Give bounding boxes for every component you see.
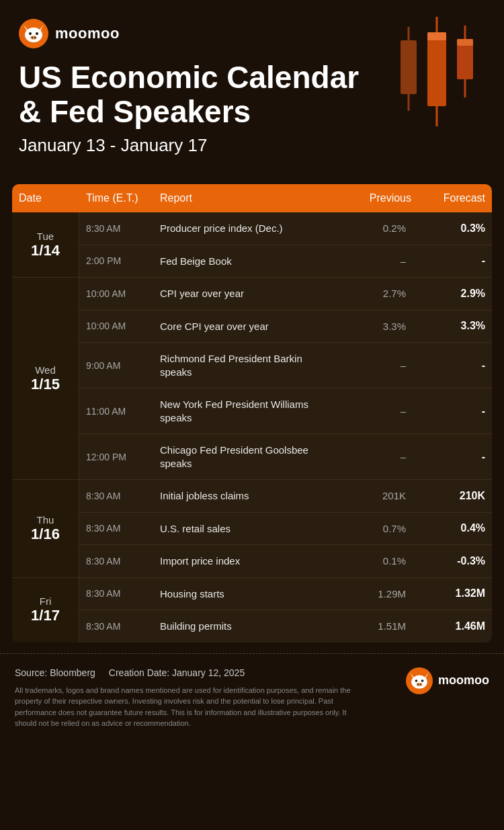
forecast-cell: - bbox=[411, 451, 485, 463]
rows-container: 8:30 AMProducer price index (Dec.)0.2%0.… bbox=[79, 212, 492, 277]
svg-point-14 bbox=[29, 32, 32, 35]
previous-cell: – bbox=[337, 405, 411, 417]
table-row: 10:00 AMCPI year over year2.7%2.9% bbox=[79, 278, 492, 310]
economic-calendar-table: Date Time (E.T.) Report Previous Forecas… bbox=[12, 184, 492, 642]
date-cell: Tue1/14 bbox=[12, 212, 79, 277]
page-title: US Economic Calendar & Fed Speakers bbox=[19, 60, 368, 128]
report-cell: Producer price index (Dec.) bbox=[160, 222, 337, 235]
footer-brand-name: moomoo bbox=[438, 673, 489, 688]
date-cell: Wed1/15 bbox=[12, 278, 79, 479]
table-header: Date Time (E.T.) Report Previous Forecas… bbox=[12, 184, 492, 212]
time-cell: 11:00 AM bbox=[86, 406, 160, 417]
col-date: Date bbox=[19, 192, 86, 204]
svg-rect-4 bbox=[427, 32, 446, 106]
footer-source-line: Source: Bloomberg Creation Date: January… bbox=[15, 667, 351, 678]
date-group: Wed1/1510:00 AMCPI year over year2.7%2.9… bbox=[12, 278, 492, 480]
previous-cell: – bbox=[337, 451, 411, 462]
report-cell: Richmond Fed President Barkin speaks bbox=[160, 352, 337, 378]
previous-cell: 0.7% bbox=[337, 523, 411, 534]
table-row: 9:00 AMRichmond Fed President Barkin spe… bbox=[79, 343, 492, 388]
svg-point-24 bbox=[416, 682, 422, 686]
previous-cell: 2.7% bbox=[337, 288, 411, 299]
table-row: 11:00 AMNew York Fed President Williams … bbox=[79, 388, 492, 434]
report-cell: Chicago Fed President Goolsbee speaks bbox=[160, 444, 337, 470]
forecast-cell: 1.46M bbox=[411, 620, 485, 632]
header-section: moomoo US Economic Calendar & Fed Speake… bbox=[0, 0, 504, 184]
footer-disclaimer: All trademarks, logos and brand names me… bbox=[15, 685, 351, 729]
svg-point-23 bbox=[421, 679, 424, 682]
report-cell: Housing starts bbox=[160, 587, 337, 601]
date-cell: Fri1/17 bbox=[12, 578, 79, 642]
source-label: Source: Bloomberg bbox=[15, 667, 95, 678]
forecast-cell: - bbox=[411, 405, 485, 417]
date-group: Tue1/148:30 AMProducer price index (Dec.… bbox=[12, 212, 492, 278]
rows-container: 8:30 AMInitial jobless claims201K210K8:3… bbox=[79, 480, 492, 577]
date-group: Fri1/178:30 AMHousing starts1.29M1.32M8:… bbox=[12, 578, 492, 642]
time-cell: 9:00 AM bbox=[86, 360, 160, 371]
date-day-label: Fri bbox=[40, 595, 52, 607]
col-previous: Previous bbox=[337, 192, 411, 204]
report-cell: U.S. retail sales bbox=[160, 522, 337, 536]
svg-point-15 bbox=[36, 32, 38, 35]
moomoo-logo-icon bbox=[19, 19, 48, 48]
time-cell: 10:00 AM bbox=[86, 288, 160, 299]
previous-cell: 201K bbox=[337, 490, 411, 501]
date-day-label: Thu bbox=[37, 514, 54, 526]
svg-rect-1 bbox=[401, 40, 417, 94]
footer-logo-icon bbox=[406, 667, 433, 694]
time-cell: 2:00 PM bbox=[86, 255, 160, 266]
previous-cell: 3.3% bbox=[337, 321, 411, 332]
svg-point-26 bbox=[420, 683, 421, 685]
footer-logo: moomoo bbox=[406, 667, 489, 694]
svg-point-22 bbox=[415, 679, 418, 682]
svg-point-16 bbox=[30, 36, 37, 40]
col-time: Time (E.T.) bbox=[86, 192, 160, 204]
rows-container: 10:00 AMCPI year over year2.7%2.9%10:00 … bbox=[79, 278, 492, 479]
report-cell: New York Fed President Williams speaks bbox=[160, 398, 337, 424]
svg-rect-5 bbox=[427, 32, 446, 40]
date-num-label: 1/16 bbox=[31, 526, 60, 543]
previous-cell: 1.51M bbox=[337, 620, 411, 632]
report-cell: Import price index bbox=[160, 554, 337, 568]
report-cell: CPI year over year bbox=[160, 287, 337, 300]
table-row: 8:30 AMHousing starts1.29M1.32M bbox=[79, 578, 492, 611]
report-cell: Building permits bbox=[160, 620, 337, 633]
date-group: Thu1/168:30 AMInitial jobless claims201K… bbox=[12, 480, 492, 578]
forecast-cell: 210K bbox=[411, 490, 485, 502]
table-row: 8:30 AMImport price index0.1%-0.3% bbox=[79, 545, 492, 577]
table-row: 8:30 AMInitial jobless claims201K210K bbox=[79, 480, 492, 513]
forecast-cell: 0.3% bbox=[411, 222, 485, 235]
date-num-label: 1/17 bbox=[31, 607, 60, 624]
time-cell: 8:30 AM bbox=[86, 223, 160, 234]
table-row: 8:30 AMProducer price index (Dec.)0.2%0.… bbox=[79, 212, 492, 245]
forecast-cell: 0.4% bbox=[411, 522, 485, 534]
previous-cell: 0.1% bbox=[337, 555, 411, 567]
col-report: Report bbox=[160, 192, 337, 204]
rows-container: 8:30 AMHousing starts1.29M1.32M8:30 AMBu… bbox=[79, 578, 492, 642]
table-row: 2:00 PMFed Beige Book–- bbox=[79, 245, 492, 278]
time-cell: 8:30 AM bbox=[86, 621, 160, 632]
forecast-cell: - bbox=[411, 255, 485, 267]
table-row: 10:00 AMCore CPI year over year3.3%3.3% bbox=[79, 310, 492, 343]
date-num-label: 1/14 bbox=[31, 242, 60, 259]
brand-name: moomoo bbox=[55, 25, 120, 42]
time-cell: 10:00 AM bbox=[86, 321, 160, 331]
time-cell: 8:30 AM bbox=[86, 556, 160, 567]
svg-point-17 bbox=[32, 37, 33, 38]
candles-decoration bbox=[383, 13, 491, 148]
date-day-label: Tue bbox=[37, 231, 54, 242]
table-row: 12:00 PMChicago Fed President Goolsbee s… bbox=[79, 434, 492, 479]
report-cell: Core CPI year over year bbox=[160, 320, 337, 333]
forecast-cell: 1.32M bbox=[411, 587, 485, 599]
time-cell: 12:00 PM bbox=[86, 452, 160, 462]
table-row: 8:30 AMBuilding permits1.51M1.46M bbox=[79, 610, 492, 642]
footer-bottom: Source: Bloomberg Creation Date: January… bbox=[15, 667, 489, 729]
time-cell: 8:30 AM bbox=[86, 588, 160, 599]
col-forecast: Forecast bbox=[411, 192, 485, 204]
svg-point-18 bbox=[34, 37, 36, 38]
date-num-label: 1/15 bbox=[31, 376, 60, 393]
previous-cell: – bbox=[337, 255, 411, 267]
creation-date: Creation Date: January 12, 2025 bbox=[109, 667, 245, 678]
table-row: 8:30 AMU.S. retail sales0.7%0.4% bbox=[79, 513, 492, 546]
report-cell: Initial jobless claims bbox=[160, 489, 337, 503]
